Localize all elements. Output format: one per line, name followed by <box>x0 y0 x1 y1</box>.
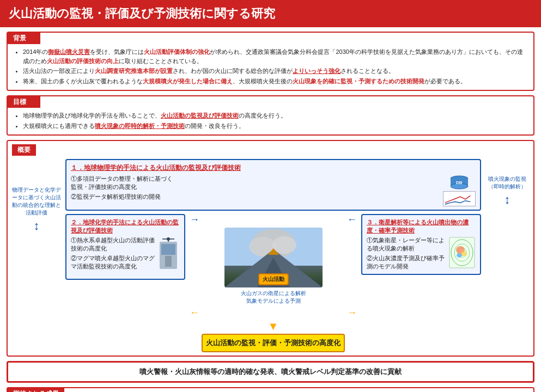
box1: １．地球物理学的手法による火山活動の監視及び評価技術 ①多項目データの整理・解析… <box>65 159 481 211</box>
svg-point-9 <box>167 237 170 241</box>
background-header: 背景 <box>8 33 40 44</box>
svg-text:DB: DB <box>456 180 463 185</box>
results-header: 期待される成果 <box>8 388 64 392</box>
page-title: 火山活動の監視・評価及び予測技術に関する研究 <box>9 7 275 20</box>
box1-icons: DB <box>443 175 476 206</box>
box3-item-2: ②火山灰濃度予測及び確率予測のモデル開発 <box>367 254 446 271</box>
contribution-text: 噴火警報・火山灰情報等の適時的確な発表、噴火警戒レベル判定基準の改善に貢献 <box>139 367 402 376</box>
overview-section: 概要 物理データと化学データに基づく火山活動の統合的な理解と活動評価 ↕ １．地… <box>7 140 534 357</box>
svg-rect-5 <box>161 244 175 255</box>
box1-text: ①多項目データの整理・解析に基づく監視・評価技術の高度化 ②監視データ解析処理技… <box>71 175 439 201</box>
box1-item-2: ②監視データ解析処理技術の開発 <box>71 193 439 201</box>
background-content: 2014年の御嶽山噴火災害を受け、気象庁には火山活動評価体制の強化が求められ、交… <box>8 44 533 90</box>
target-header: 目標 <box>8 96 40 108</box>
box2-item-2: ②マグマ噴火卓越型火山のマグマ活動監視技術の高度化 <box>71 254 155 271</box>
satellite-image <box>448 236 476 271</box>
svg-rect-6 <box>165 256 172 267</box>
background-item-1: 2014年の御嶽山噴火災害を受け、気象庁には火山活動評価体制の強化が求められ、交… <box>23 47 528 65</box>
arrow-row-top: → ← <box>190 214 357 225</box>
box3-title: ３．衛星解析等による火山噴出物の濃度・確率予測技術 <box>367 218 476 235</box>
box2-content: ①熱水系卓越型火山の活動評価技術の高度化 ②マグマ噴火卓越型火山のマグマ活動監視… <box>71 236 180 275</box>
box3: ３．衛星解析等による火山噴出物の濃度・確率予測技術 ①気象衛星・レーダー等による… <box>361 214 481 275</box>
box2-title: ２．地球化学的手法による火山活動の監視及び評価技術 <box>71 218 180 235</box>
svg-point-23 <box>457 253 462 258</box>
box2: ２．地球化学的手法による火山活動の監視及び評価技術 ①熱水系卓越型火山の活動評価… <box>65 214 185 280</box>
left-label: 物理データと化学データに基づく火山活動の統合的な理解と活動評価 ↕ <box>12 186 61 233</box>
volcano-image: 火山活動 <box>224 228 323 287</box>
box1-item-1: ①多項目データの整理・解析に基づく監視・評価技術の高度化 <box>71 175 439 191</box>
right-label: 噴火現象の監視（即時的解析） ↕ <box>485 175 529 207</box>
volcano-label: 火山活動 <box>258 273 289 285</box>
arrow-row-mid: ← → <box>190 307 357 318</box>
background-item-3: 将来、国土の多くが火山灰で覆われるような大規模噴火が発生した場合に備え、大規模噴… <box>23 77 528 86</box>
box3-text: ①気象衛星・レーダー等による噴火現象の解析 ②火山灰濃度予測及び確率予測のモデル… <box>367 236 446 271</box>
background-section: 背景 2014年の御嶽山噴火災害を受け、気象庁には火山活動評価体制の強化が求めら… <box>7 32 534 91</box>
overview-header: 概要 <box>12 144 36 156</box>
box3-content: ①気象衛星・レーダー等による噴火現象の解析 ②火山灰濃度予測及び確率予測のモデル… <box>367 236 476 271</box>
volcano-area: → ← <box>190 214 357 352</box>
target-item-1: 地球物理学的及び地球化学的手法を用いることで、火山活動の監視及び評価技術の高度化… <box>23 111 528 120</box>
target-section: 目標 地球物理学的及び地球化学的手法を用いることで、火山活動の監視及び評価技術の… <box>7 95 534 136</box>
page-container: 火山活動の監視・評価及び予測技術に関する研究 背景 2014年の御嶽山噴火災害を… <box>0 0 541 392</box>
gas-label: 火山ガスの衛星による解析気象モデルによる予測 <box>241 290 306 305</box>
contribution-box: 噴火警報・火山灰情報等の適時的確な発表、噴火警戒レベル判定基準の改善に貢献 <box>7 361 534 383</box>
box2-item-1: ①熱水系卓越型火山の活動評価技術の高度化 <box>71 236 155 253</box>
box1-content: ①多項目データの整理・解析に基づく監視・評価技術の高度化 ②監視データ解析処理技… <box>71 175 476 206</box>
box2-text: ①熱水系卓越型火山の活動評価技術の高度化 ②マグマ噴火卓越型火山のマグマ活動監視… <box>71 236 155 275</box>
arrow-down: ▼ <box>268 321 279 332</box>
highlight-box: 火山活動の監視・評価・予測技術の高度化 <box>202 334 345 352</box>
main-content: 背景 2014年の御嶽山噴火災害を受け、気象庁には火山活動評価体制の強化が求めら… <box>0 27 541 392</box>
svg-point-13 <box>272 236 296 254</box>
background-list: 2014年の御嶽山噴火災害を受け、気象庁には火山活動評価体制の強化が求められ、交… <box>13 47 528 85</box>
background-item-2: 活火山法の一部改正により火山調査研究推進本部が設置され、わが国の火山に関する総合… <box>23 66 528 76</box>
target-content: 地球物理学的及び地球化学的手法を用いることで、火山活動の監視及び評価技術の高度化… <box>8 108 533 134</box>
chart-icon <box>443 191 476 206</box>
target-item-2: 大規模噴火にも適用できる噴火現象の即時的解析・予測技術の開発・改良を行う。 <box>23 121 528 131</box>
target-list: 地球物理学的及び地球化学的手法を用いることで、火山活動の監視及び評価技術の高度化… <box>13 111 528 130</box>
equipment-image <box>157 236 180 275</box>
box1-title: １．地球物理学的手法による火山活動の監視及び評価技術 <box>71 163 476 173</box>
diagram-container: 物理データと化学データに基づく火山活動の統合的な理解と活動評価 ↕ １．地球物理… <box>12 159 529 352</box>
results-section: 期待される成果 物理化学過程の統合的な理解が進み、火山活動の監視及び評価技術の一… <box>7 387 534 392</box>
middle-row: ２．地球化学的手法による火山活動の監視及び評価技術 ①熱水系卓越型火山の活動評価… <box>65 214 481 352</box>
db-icon: DB <box>448 175 470 190</box>
title-bar: 火山活動の監視・評価及び予測技術に関する研究 <box>0 0 541 27</box>
diagram-center: １．地球物理学的手法による火山活動の監視及び評価技術 ①多項目データの整理・解析… <box>65 159 481 352</box>
box3-item-1: ①気象衛星・レーダー等による噴火現象の解析 <box>367 236 446 253</box>
